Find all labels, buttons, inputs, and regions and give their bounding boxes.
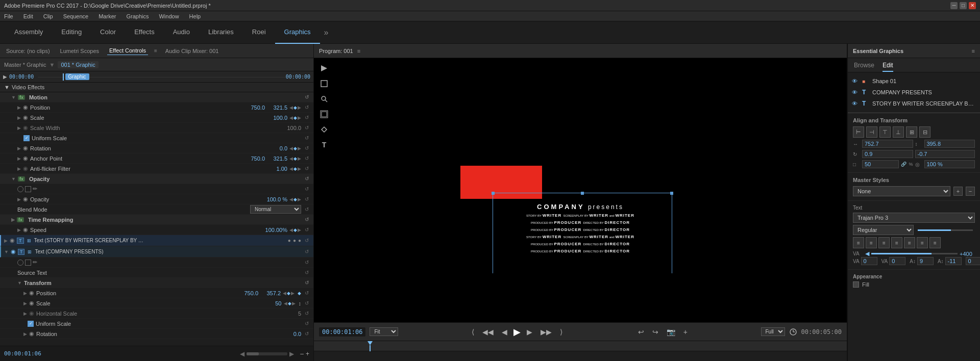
tab-color[interactable]: Color [91,21,125,44]
eg-menu-btn[interactable]: ≡ [972,48,975,54]
opacity-toggle[interactable]: ▼ [11,176,16,182]
tab-editing[interactable]: Editing [52,21,91,44]
transform-opacity-pct[interactable]: 100 % [924,160,975,168]
tl2-rect-btn[interactable] [25,260,31,266]
ts-anim-icon[interactable]: ◉ [29,300,34,306]
speed-expand[interactable]: ▶ [17,227,21,233]
safe-margin-btn[interactable] [318,108,330,120]
tp-kf-prev[interactable]: ◀ [283,291,286,296]
opacity-anim-icon[interactable]: ◉ [23,196,28,202]
ap-reset[interactable]: ↺ [303,156,310,161]
eg-tab-browse[interactable]: Browse [854,62,874,72]
menu-help[interactable]: Help [187,13,203,19]
position-reset[interactable]: ↺ [303,105,310,110]
layer-credits[interactable]: 👁 T STORY BY WRITER SCREENPLAY BY WRITER… [848,98,980,109]
tab-audio[interactable]: Audio [164,21,199,44]
ts-reset[interactable]: ↺ [303,300,310,306]
transform-tool-btn[interactable] [318,123,330,136]
zoom-out-icon[interactable]: – [300,350,304,357]
speed-kf-next[interactable]: ▶ [298,227,301,233]
step-fwd-btn[interactable]: ▶▶ [538,327,554,337]
layer-eye-company[interactable]: 👁 [852,89,859,95]
opacity-kf-add[interactable]: ◆ [293,197,297,202]
tp-reset[interactable]: ↺ [303,290,310,296]
crop-btn[interactable] [318,78,330,90]
speed-anim-icon[interactable]: ◉ [23,226,28,233]
tr2-anim-icon[interactable]: ◉ [29,330,34,337]
scale-reset[interactable]: ↺ [303,115,310,120]
tracking-slider[interactable] [871,253,958,254]
align-left-text-btn[interactable]: ≡ [853,237,864,248]
align-center-v-btn[interactable]: ⊞ [906,126,917,138]
align-justify-btn[interactable]: ≡ [891,237,902,248]
ap-x[interactable]: 750.0 [239,156,265,162]
align-left-btn[interactable]: ⊢ [853,126,864,138]
overwrite-btn[interactable]: ↪ [650,327,660,337]
ts-kf-prev[interactable]: ◀ [284,301,287,306]
menu-graphics[interactable]: Graphics [124,13,151,19]
transform-group[interactable]: ▼ Transform ↺ [0,278,313,288]
tl1-toggle[interactable]: ▶ [4,238,8,243]
scale-expand[interactable]: ▶ [17,115,21,120]
source-text-reset[interactable]: ↺ [303,270,310,275]
aff-kf-prev[interactable]: ◀ [289,166,293,171]
shapes-reset[interactable]: ↺ [303,186,310,192]
position-expand[interactable]: ▶ [17,105,21,110]
scale-kf-next[interactable]: ▶ [298,115,301,120]
monitor-timecode[interactable]: 00:00:01:06 [319,327,365,337]
rot-kf-next[interactable]: ▶ [298,146,301,151]
ap-kf-prev[interactable]: ◀ [289,156,293,161]
scale-anim-icon[interactable]: ◉ [23,114,28,121]
video-effects-toggle[interactable]: ▼ [4,84,10,90]
master-styles-select[interactable]: None [853,186,950,196]
transform-rotation-val[interactable]: 0.0 [276,331,301,337]
kern-neg-val[interactable]: -11 [945,257,962,265]
layer-company-presents[interactable]: 👁 T COMPANY PRESENTS [848,87,980,98]
transform-reset[interactable]: ↺ [303,280,310,286]
position-kf-next[interactable]: ▶ [298,105,301,110]
timeline-play-btn[interactable]: ▶ [3,74,7,80]
tl2-eye[interactable]: ◉ [11,248,16,255]
menu-edit[interactable]: Edit [21,13,35,19]
ts-kf-next[interactable]: ▶ [292,301,296,306]
align-right-text-btn[interactable]: ≡ [878,237,890,248]
scrubber-track[interactable] [314,351,847,361]
align-center-h-btn[interactable]: ⊣ [866,126,877,138]
kern-a-val[interactable]: 9 [917,257,934,265]
zoom-in-icon[interactable]: + [306,350,309,357]
tab-libraries[interactable]: Libraries [199,21,243,44]
pen-shape-btn[interactable]: ✏ [33,186,37,192]
align-center-text-btn[interactable]: ≡ [866,237,877,248]
aff-reset[interactable]: ↺ [303,166,310,171]
aff-val[interactable]: 1.00 [262,166,287,172]
position-kf-prev[interactable]: ◀ [289,105,293,110]
circle-shape-btn[interactable] [17,186,23,192]
kern-last-val[interactable]: 0 [966,257,980,265]
scale-kf-add[interactable]: ◆ [293,115,297,120]
menu-sequence[interactable]: Sequence [61,13,91,19]
tp-kf-add[interactable]: ◆ [287,291,290,296]
timeline-scrubber[interactable] [314,341,847,361]
aff-expand[interactable]: ▶ [17,166,21,171]
to-in-btn[interactable]: ⟨ [470,327,476,337]
ts-kf-add[interactable]: ◆ [288,301,291,306]
create-style-btn[interactable]: + [953,187,963,196]
font-style-select[interactable]: Regular Bold Italic [853,225,914,235]
tab-effect-controls[interactable]: Effect Controls [107,46,148,55]
text-layer-credits[interactable]: ▶ ◉ T ⊞ Text (STORY BY WRITER SCREENPLAY… [0,235,313,246]
menu-clip[interactable]: Clip [41,13,55,19]
tab-graphics[interactable]: Graphics [275,21,320,44]
tab-roei[interactable]: Roei [243,21,275,44]
tl2-reset[interactable]: ↺ [303,249,310,254]
align-bottom-btn[interactable]: ⊟ [919,126,930,138]
position-anim-icon[interactable]: ◉ [23,104,28,111]
menu-window[interactable]: Window [157,13,181,19]
opacity-group[interactable]: ▼ fx Opacity ↺ [0,174,313,184]
tr-toggle[interactable]: ▶ [11,217,15,222]
sw-expand[interactable]: ▶ [17,125,21,131]
tr2-expand[interactable]: ▶ [23,331,27,337]
sw-reset[interactable]: ↺ [303,125,310,131]
tr-reset[interactable]: ↺ [303,217,310,222]
align-mid-text-btn[interactable]: ≡ [917,237,928,248]
source-clip[interactable]: 001 * Graphic [58,61,98,68]
